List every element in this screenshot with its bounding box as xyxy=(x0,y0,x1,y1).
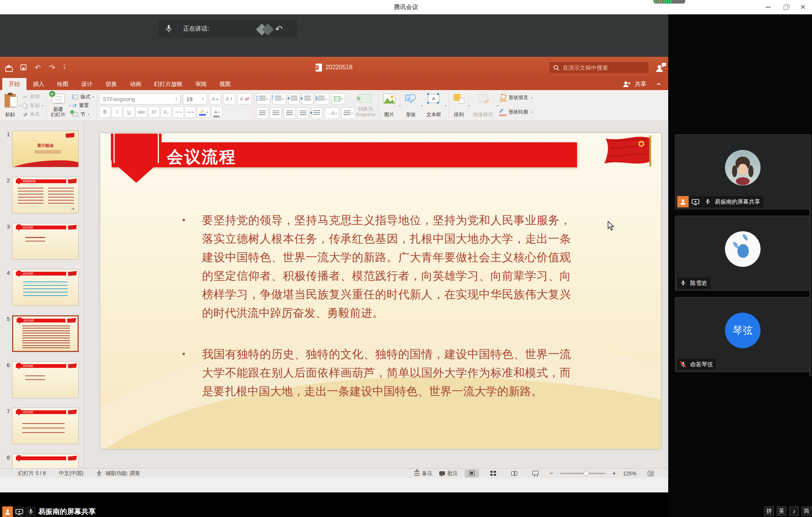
ribbon-tab[interactable]: 插入 xyxy=(26,78,51,90)
slide-thumbnail-row[interactable]: 5 会议流程 xyxy=(0,315,84,352)
ribbon-tab[interactable]: 审阅 xyxy=(189,78,213,90)
align-center-button[interactable] xyxy=(270,107,282,119)
numbering-button[interactable]: 12▾ xyxy=(272,93,286,104)
participant-tile[interactable]: 琴弦 命若琴弦 xyxy=(675,297,810,372)
slide-thumbnail-row[interactable]: 4 会议流程 xyxy=(0,269,84,306)
increase-indent-button[interactable] xyxy=(302,93,313,104)
paste-button[interactable]: 粘贴 xyxy=(2,92,18,119)
presentation-search[interactable] xyxy=(549,62,649,73)
share-button[interactable]: 共享 xyxy=(635,81,646,88)
zoom-slider[interactable] xyxy=(560,473,605,474)
slide-thumbnail[interactable]: 会议流程 xyxy=(12,315,79,352)
new-slide-button[interactable]: 新建幻灯片 xyxy=(48,92,68,119)
zoom-slider-knob[interactable] xyxy=(583,470,589,476)
ribbon-tab[interactable]: 设计 xyxy=(75,78,99,90)
font-color-button[interactable]: A▾ xyxy=(211,106,222,118)
character-spacing-button[interactable]: AV▾ xyxy=(173,106,184,118)
slide-thumbnail-row[interactable]: 8 xyxy=(0,454,84,468)
slide-thumbnail-row[interactable]: 6 会议流程 xyxy=(0,361,84,398)
slide-thumbnail[interactable]: 会议流程 xyxy=(12,269,79,306)
slide-canvas[interactable]: 会议流程 要坚持党的领导，坚持马克思主义指导地位，坚持 xyxy=(100,133,661,449)
shrink-font-button[interactable]: A▼ xyxy=(223,93,235,104)
maximize-button[interactable] xyxy=(782,3,789,11)
slide-thumbnail[interactable]: 奏唱国际歌 xyxy=(12,177,79,213)
language-indicator[interactable]: 中文(中国) xyxy=(59,470,83,477)
slide-thumbnail-row[interactable]: 3 会议流程 xyxy=(0,223,84,260)
slide-sorter-button[interactable] xyxy=(486,469,500,478)
notes-button[interactable]: 备注 xyxy=(414,470,432,477)
highlight-button[interactable]: ▾ xyxy=(197,106,210,118)
participant-tile[interactable]: 陈雪岩 xyxy=(675,216,810,291)
italic-button[interactable]: I xyxy=(111,106,123,118)
bold-button[interactable]: B xyxy=(99,106,110,118)
picture-button[interactable]: 图片 xyxy=(381,92,398,119)
shape-fill-button[interactable]: 形状填充▾ xyxy=(500,94,532,101)
layout-button[interactable]: 版式▾ xyxy=(72,93,94,101)
align-right-button[interactable] xyxy=(284,107,295,119)
slide-thumbnail[interactable]: 会议流程 xyxy=(12,408,79,444)
copy-button[interactable]: 复制▾ xyxy=(23,102,44,109)
zoom-in-button[interactable]: + xyxy=(612,470,616,477)
grow-font-button[interactable]: A▲ xyxy=(209,93,221,104)
redo-icon[interactable]: ↷ xyxy=(49,63,55,72)
ribbon-tab[interactable]: 开始 xyxy=(2,78,26,90)
section-button[interactable]: 节▾ xyxy=(72,111,94,118)
customize-toolbar-icon[interactable]: ▾ xyxy=(64,65,65,70)
bullets-button[interactable]: ▾ xyxy=(257,93,270,104)
normal-view-button[interactable] xyxy=(465,469,479,478)
home-icon[interactable] xyxy=(5,65,12,71)
justify-button[interactable] xyxy=(297,107,309,119)
shapes-button[interactable]: 形状 xyxy=(402,92,420,119)
accessibility-status[interactable]: 辅助功能: 调查 xyxy=(105,470,140,477)
slide-thumbnail[interactable]: 会议流程 xyxy=(12,223,79,260)
strikethrough-button[interactable]: abe xyxy=(135,106,148,118)
shape-outline-button[interactable]: 形状轮廓▾ xyxy=(500,109,532,115)
ime-item[interactable]: 拼 xyxy=(764,506,774,516)
ime-item[interactable]: 英 xyxy=(777,506,786,516)
new-slide-dropdown-icon[interactable]: ▾ xyxy=(69,104,71,107)
quick-styles-button[interactable]: 快速样式 xyxy=(471,92,495,119)
minimize-button[interactable] xyxy=(764,3,772,11)
participant-tile[interactable]: 易振南的屏幕共享 xyxy=(675,134,810,209)
ribbon-tab[interactable]: 幻灯片放映 xyxy=(148,78,189,90)
distribute-button[interactable] xyxy=(311,107,322,119)
paste-dropdown-icon[interactable]: ▾ xyxy=(20,104,21,107)
ribbon-tab[interactable]: 切换 xyxy=(99,78,123,90)
line-spacing-button[interactable]: ▲▼▾ xyxy=(316,93,329,104)
align-left-button[interactable] xyxy=(257,107,268,119)
decrease-indent-button[interactable] xyxy=(288,93,300,104)
ribbon-tab[interactable]: 绘图 xyxy=(51,78,75,90)
slide-thumbnail-row[interactable]: 1 党小组会 xyxy=(0,131,84,167)
slideshow-button[interactable] xyxy=(528,469,543,478)
comments-button[interactable]: 批注 xyxy=(439,470,458,477)
slide-thumbnail-row[interactable]: 7 会议流程 xyxy=(0,408,84,444)
fit-to-window-button[interactable] xyxy=(643,469,658,478)
font-name-select[interactable]: STFangsong▾ xyxy=(99,93,180,104)
reset-button[interactable]: ↺重置 xyxy=(72,102,94,109)
ime-item[interactable]: 简 xyxy=(802,506,811,516)
textbox-button[interactable]: A文本框 xyxy=(424,92,443,119)
collapse-ribbon-icon[interactable] xyxy=(656,83,661,85)
search-input[interactable] xyxy=(563,64,638,71)
zoom-out-button[interactable]: − xyxy=(549,470,553,477)
ribbon-tab[interactable]: 视图 xyxy=(213,78,237,90)
slide-thumbnail-row[interactable]: 2 奏唱国际歌 xyxy=(0,177,84,213)
underline-button[interactable]: U xyxy=(123,106,135,118)
reading-view-button[interactable] xyxy=(507,469,521,478)
clear-formatting-button[interactable]: A xyxy=(238,93,252,104)
save-icon[interactable] xyxy=(20,64,26,70)
presence-chat-icon[interactable] xyxy=(655,62,667,73)
change-case-button[interactable]: Aa▾ xyxy=(185,106,196,118)
zoom-level[interactable]: 125% xyxy=(623,470,636,477)
ribbon-tab[interactable]: 动画 xyxy=(123,78,148,90)
align-text-button[interactable]: ▾ xyxy=(341,107,355,119)
slide-thumbnail[interactable] xyxy=(12,454,79,468)
subscript-button[interactable]: X₂ xyxy=(160,106,172,118)
slide-thumbnail-panel[interactable]: 1 党小组会 2 xyxy=(0,121,84,468)
font-size-select[interactable]: 18▾ xyxy=(183,93,207,104)
format-painter-button[interactable]: 格式 xyxy=(23,111,44,118)
arrange-button[interactable]: 排列 xyxy=(451,92,467,119)
close-button[interactable]: ✕ xyxy=(799,3,807,11)
slide-thumbnail[interactable]: 党小组会 xyxy=(12,131,79,167)
ime-item[interactable]: ♪ xyxy=(789,506,799,516)
